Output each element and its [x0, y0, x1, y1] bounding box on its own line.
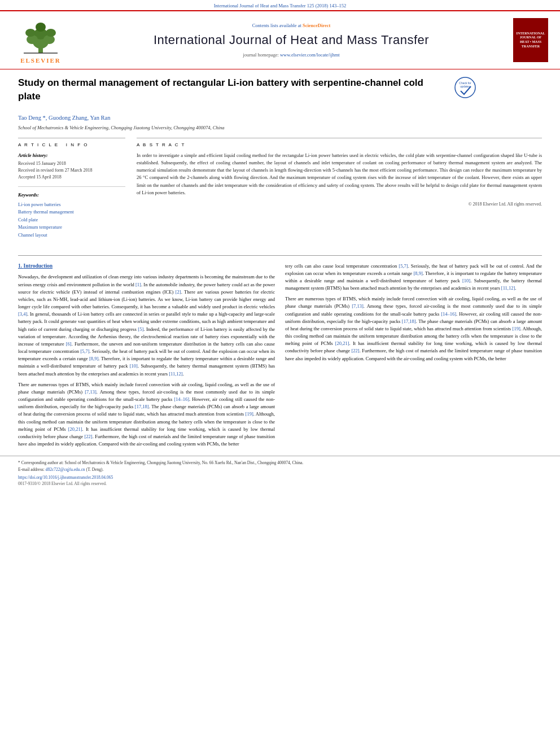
received-revised-date: Received in revised form 27 March 2018 — [18, 167, 125, 174]
intro-paragraph-2: There are numerous types of BTMS, which … — [18, 381, 275, 448]
keyword-1: Li-ion power batteries — [18, 201, 125, 209]
journal-cover-image: INTERNATIONAL JOURNAL OF HEAT • MASS TRA… — [513, 18, 548, 62]
cover-title-text: INTERNATIONAL JOURNAL OF HEAT • MASS TRA… — [517, 32, 545, 49]
abstract-text: In order to investigate a simple and eff… — [137, 152, 542, 196]
top-bar: International Journal of Heat and Mass T… — [0, 0, 560, 10]
header-center: Contents lists available at ScienceDirec… — [75, 22, 508, 59]
journal-homepage: journal homepage: www.elsevier.com/locat… — [75, 51, 508, 58]
journal-cover-section: INTERNATIONAL JOURNAL OF HEAT • MASS TRA… — [508, 18, 553, 62]
sciencedirect-line: Contents lists available at ScienceDirec… — [75, 22, 508, 29]
elsevier-logo-section: ELSEVIER — [7, 15, 75, 65]
right-col-text-1: tery cells can also cause local temperat… — [285, 263, 542, 292]
elsevier-tree-icon — [18, 15, 63, 55]
elsevier-wordmark: ELSEVIER — [20, 56, 61, 65]
title-section: Study on thermal management of rectangul… — [18, 76, 542, 109]
svg-text:updates: updates — [460, 85, 470, 88]
keyword-5: Channel layout — [18, 231, 125, 239]
keywords-label: Keywords: — [18, 191, 125, 198]
accepted-date: Accepted 15 April 2018 — [18, 174, 125, 181]
intro-section-title: 1. Introduction — [18, 263, 275, 270]
abstract-header: A B S T R A C T — [137, 142, 542, 148]
article-info-header: A R T I C L E I N F O — [18, 142, 125, 148]
article-history-label: Article history: — [18, 152, 125, 159]
received-date: Received 15 January 2018 — [18, 160, 125, 167]
svg-point-3 — [36, 23, 46, 32]
article-body: Study on thermal management of rectangul… — [0, 69, 560, 248]
homepage-url: www.elsevier.com/locate/ijhmt — [280, 52, 340, 58]
author-email[interactable]: d82c722@cqjfu.edu.cn — [46, 467, 85, 472]
right-col-text-2: There are numerous types of BTMS, which … — [285, 295, 542, 362]
keyword-3: Cold plate — [18, 216, 125, 224]
check-for-updates-badge: Check for updates — [454, 76, 476, 102]
copyright: © 2018 Elsevier Ltd. All rights reserved… — [137, 201, 542, 208]
article-info-col: A R T I C L E I N F O Article history: R… — [18, 138, 125, 239]
check-badge-icon: Check for updates — [454, 76, 476, 99]
sciencedirect-link-text: ScienceDirect — [303, 23, 330, 28]
keyword-2: Battery thermal management — [18, 208, 125, 216]
main-columns: 1. Introduction Nowadays, the developmen… — [0, 263, 560, 452]
doi-link[interactable]: https://doi.org/10.1016/j.ijheatmasstran… — [18, 475, 113, 480]
page: International Journal of Heat and Mass T… — [0, 0, 560, 747]
journal-reference: International Journal of Heat and Mass T… — [214, 3, 346, 8]
email-note: E-mail address: d82c722@cqjfu.edu.cn (T.… — [18, 466, 542, 473]
main-right-col: tery cells can also cause local temperat… — [285, 263, 542, 452]
article-footer: * Corresponding author at: School of Mec… — [0, 456, 560, 489]
abstract-col: A B S T R A C T In order to investigate … — [137, 138, 542, 239]
corresponding-author-note: * Corresponding author at: School of Mec… — [18, 460, 542, 466]
affiliation: School of Mechatronics & Vehicle Enginee… — [18, 124, 542, 131]
journal-header: ELSEVIER Contents lists available at Sci… — [0, 10, 560, 69]
authors-line: Tao Deng *, Guodong Zhang, Yan Ran — [18, 113, 542, 122]
author-tao-deng: Tao Deng *, Guodong Zhang, Yan Ran — [18, 115, 110, 121]
journal-title: International Journal of Heat and Mass T… — [75, 31, 508, 49]
main-left-col: 1. Introduction Nowadays, the developmen… — [18, 263, 275, 452]
keywords-section: Keywords: Li-ion power batteries Battery… — [18, 186, 125, 239]
info-abstract-section: A R T I C L E I N F O Article history: R… — [18, 138, 542, 239]
issn-line: 0017-9310/© 2018 Elsevier Ltd. All right… — [18, 481, 542, 487]
doi-line: https://doi.org/10.1016/j.ijheatmasstran… — [18, 475, 542, 481]
intro-paragraph-1: Nowadays, the development and utilizatio… — [18, 273, 275, 377]
section-divider — [18, 255, 542, 256]
svg-point-7 — [46, 29, 56, 37]
svg-point-6 — [25, 29, 36, 37]
keyword-4: Maximum temperature — [18, 224, 125, 231]
article-title: Study on thermal management of rectangul… — [18, 76, 447, 103]
